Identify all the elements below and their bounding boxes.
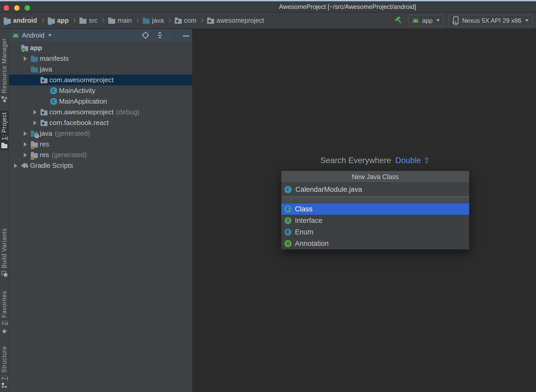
breadcrumb-separator-icon	[72, 19, 76, 23]
run-configuration-label: app	[422, 17, 433, 24]
gradle-icon	[20, 162, 29, 169]
tree-item-label: res	[40, 140, 49, 148]
package-folder-icon	[175, 19, 182, 24]
caret-collapsed-icon[interactable]	[11, 163, 20, 168]
tree-item-label: app	[30, 44, 42, 52]
kind-item-annotation[interactable]: @Annotation	[281, 238, 469, 249]
tree-item-label: java	[40, 129, 52, 138]
android-robot-icon	[12, 33, 19, 38]
tree-item-manifests[interactable]: manifests	[9, 53, 192, 64]
tree-item-label: manifests	[40, 55, 69, 63]
breadcrumb-item-com[interactable]: com	[175, 17, 196, 24]
breadcrumb-item-src[interactable]: src	[79, 17, 97, 24]
window-title: AwesomeProject [~/src/AwesomeProject/and…	[279, 1, 416, 12]
annotation-icon: @	[284, 240, 292, 247]
breadcrumb-item-main[interactable]: main	[108, 17, 132, 24]
kind-item-label: Enum	[295, 228, 313, 236]
class-name-row: C	[281, 183, 469, 197]
generated-folder	[31, 132, 38, 137]
kind-item-interface[interactable]: IInterface	[281, 215, 469, 226]
device-selector[interactable]: Nexus 5X API 29 x86	[449, 15, 532, 26]
tool-window-button-structure[interactable]: 7: Structure	[0, 345, 9, 390]
star-icon: ★	[1, 328, 7, 335]
tool-window-bar: Resource Manager1: ProjectBuild Variants…	[0, 29, 9, 392]
tool-window-label: Build Variants	[1, 228, 8, 268]
breadcrumb-separator-icon	[167, 19, 171, 23]
chevron-down-icon	[436, 19, 440, 22]
kind-item-label: Class	[295, 205, 313, 213]
popup-title: New Java Class	[281, 171, 469, 183]
caret-collapsed-icon[interactable]	[21, 153, 30, 157]
class-icon: C	[284, 206, 292, 213]
caret-collapsed-icon[interactable]	[21, 142, 30, 147]
project-view-selector[interactable]: Android	[12, 32, 52, 39]
project-panel-header: Android	[9, 29, 192, 41]
popup-separator	[281, 197, 469, 203]
tree-item-label: MainApplication	[59, 97, 107, 105]
tree-item-com.facebook.react[interactable]: com.facebook.react	[9, 117, 192, 128]
project-folder-icon	[1, 144, 7, 148]
tree-item-com.awesomeproject[interactable]: com.awesomeproject(debug)	[9, 107, 192, 117]
tree-item-gradle-scripts[interactable]: Gradle Scripts	[9, 160, 192, 171]
minimize-button[interactable]	[14, 5, 20, 11]
tree-item-mainapplication[interactable]: CMainApplication	[9, 96, 192, 107]
tool-window-label: 7: Structure	[1, 346, 8, 380]
new-java-class-popup: New Java Class C CClassIInterfaceEEnum@A…	[281, 171, 469, 249]
caret-collapsed-icon[interactable]	[21, 56, 30, 61]
hide-panel-icon[interactable]	[183, 33, 189, 38]
project-tree: appmanifestsjavacom.awesomeprojectCMainA…	[9, 43, 192, 392]
module-folder-icon	[4, 19, 11, 24]
breadcrumb-item-java[interactable]: java	[143, 17, 164, 24]
package-folder	[40, 78, 48, 83]
breadcrumb-item-android[interactable]: android	[4, 17, 37, 24]
breadcrumb-label: android	[13, 17, 37, 24]
breadcrumb-item-awesomeproject[interactable]: awesomeproject	[207, 17, 264, 24]
collapse-all-icon[interactable]	[156, 31, 164, 39]
device-selector-label: Nexus 5X API 29 x86	[462, 17, 521, 24]
breadcrumb-item-app[interactable]: app	[48, 17, 69, 24]
build-button[interactable]	[394, 16, 403, 25]
tree-item-com.awesomeproject[interactable]: com.awesomeproject	[9, 75, 192, 85]
tree-item-app[interactable]: app	[9, 43, 192, 53]
phone-icon	[452, 16, 459, 25]
kind-item-enum[interactable]: EEnum	[281, 226, 469, 238]
tool-window-button-project[interactable]: 1: Project	[0, 111, 9, 150]
tool-window-button-build-variants[interactable]: Build Variants	[0, 227, 9, 279]
caret-collapsed-icon[interactable]	[31, 110, 39, 115]
tree-item-res[interactable]: res(generated)	[9, 150, 192, 160]
module-folder-icon	[48, 19, 55, 24]
class-icon: C	[284, 186, 292, 193]
tree-item-java[interactable]: java(generated)	[9, 128, 192, 139]
caret-collapsed-icon[interactable]	[21, 131, 30, 136]
run-configuration-selector[interactable]: app	[408, 15, 444, 26]
tree-item-java[interactable]: java	[9, 64, 192, 75]
breadcrumb-label: awesomeproject	[217, 17, 264, 24]
tool-window-button-resource-manager[interactable]: Resource Manager	[0, 37, 9, 104]
folder-icon	[79, 19, 86, 24]
tree-item-secondary-label: (generated)	[55, 129, 90, 138]
source-folder-icon	[143, 19, 150, 24]
resource-manager-icon	[1, 96, 8, 102]
breadcrumb-label: src	[89, 17, 97, 24]
tool-window-button-favorites[interactable]: 2: Favorites★	[0, 289, 9, 337]
tree-item-mainactivity[interactable]: CMainActivity	[9, 85, 192, 96]
build-variants-icon	[2, 271, 7, 277]
tool-window-label: 1: Project	[1, 112, 8, 140]
breadcrumb-label: java	[152, 17, 164, 24]
folder-icon	[108, 19, 115, 24]
res-folder	[31, 142, 38, 147]
close-button[interactable]	[4, 5, 9, 11]
android-robot-icon	[12, 33, 19, 38]
class-name-input[interactable]	[295, 185, 466, 194]
breadcrumb-separator-icon	[199, 19, 203, 23]
locate-icon[interactable]	[141, 31, 150, 39]
breadcrumb-separator-icon	[101, 19, 105, 23]
chevron-down-icon	[48, 34, 52, 37]
tree-item-label: com.awesomeproject	[49, 76, 114, 84]
kind-item-class[interactable]: CClass	[281, 203, 469, 215]
zoom-button[interactable]	[25, 5, 30, 11]
class-icon: C	[50, 87, 57, 94]
tree-item-res[interactable]: res	[9, 139, 192, 150]
breadcrumb-label: app	[57, 17, 69, 24]
caret-collapsed-icon[interactable]	[31, 121, 39, 125]
